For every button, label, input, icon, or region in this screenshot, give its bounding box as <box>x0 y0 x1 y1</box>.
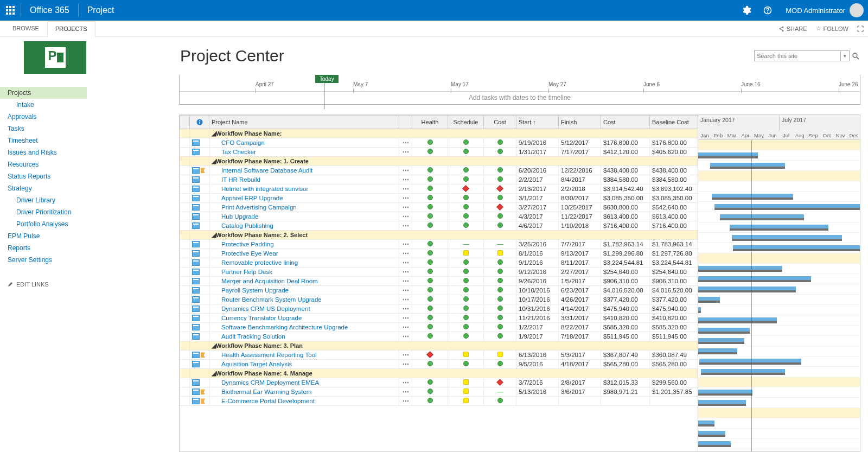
project-row[interactable]: IT HR Rebuild⋯2/2/20178/4/2017$384,580.0… <box>180 175 698 184</box>
row-menu-button[interactable]: ⋯ <box>399 387 412 397</box>
search-input[interactable] <box>754 50 841 61</box>
nav-item-intake[interactable]: Intake <box>0 99 87 111</box>
nav-item-resources[interactable]: Resources <box>0 158 87 170</box>
ribbon-tab-projects[interactable]: PROJECTS <box>47 21 95 37</box>
project-row[interactable]: Dynamics CRM US Deployment⋯10/31/20164/1… <box>180 304 698 314</box>
project-link[interactable]: Tax Checker <box>221 149 256 155</box>
row-menu-button[interactable]: ⋯ <box>399 314 412 323</box>
project-link[interactable]: Print Advertising Campaign <box>221 204 297 211</box>
project-link[interactable]: IT HR Rebuild <box>221 176 260 183</box>
nav-item-epm-pulse[interactable]: EPM Pulse <box>0 230 87 242</box>
project-row[interactable]: Internal Software Database Audit⋯6/20/20… <box>180 166 698 175</box>
column-header[interactable] <box>399 116 412 129</box>
project-row[interactable]: Audit Tracking Solution⋯1/9/20177/18/201… <box>180 332 698 341</box>
focus-button[interactable] <box>853 21 868 36</box>
project-link[interactable]: Protective Eye Wear <box>221 250 278 257</box>
project-row[interactable]: Catalog Publishing⋯4/6/20171/10/2018$716… <box>180 221 698 231</box>
row-menu-button[interactable]: ⋯ <box>399 268 412 277</box>
column-header[interactable]: Finish <box>559 116 601 129</box>
project-link[interactable]: Removable protective lining <box>221 259 298 266</box>
row-menu-button[interactable]: ⋯ <box>399 249 412 258</box>
row-menu-button[interactable]: ⋯ <box>399 332 412 341</box>
project-link[interactable]: Router Benchmark System Upgrade <box>221 296 322 303</box>
project-row[interactable]: Merger and Acquisition Deal Room⋯9/26/20… <box>180 277 698 286</box>
group-header[interactable]: ◢Workflow Phase Name: 2. Select <box>209 231 698 240</box>
row-menu-button[interactable]: ⋯ <box>399 175 412 184</box>
project-link[interactable]: Payroll System Upgrade <box>221 287 289 294</box>
row-menu-button[interactable]: ⋯ <box>399 351 412 360</box>
gear-icon[interactable] <box>737 0 757 21</box>
help-icon[interactable] <box>757 0 778 21</box>
row-menu-button[interactable]: ⋯ <box>399 194 412 203</box>
column-header[interactable] <box>190 116 209 129</box>
nav-item-issues-and-risks[interactable]: Issues and Risks <box>0 147 87 158</box>
nav-item-reports[interactable]: Reports <box>0 242 87 254</box>
nav-item-timesheet[interactable]: Timesheet <box>0 135 87 147</box>
project-link[interactable]: Currency Translator Upgrade <box>221 315 302 321</box>
row-menu-button[interactable]: ⋯ <box>399 221 412 231</box>
project-row[interactable]: Dynamics CRM Deployment EMEA⋯3/7/20162/8… <box>180 378 698 387</box>
search-button[interactable] <box>851 50 860 61</box>
project-link[interactable]: Catalog Publishing <box>221 222 273 229</box>
project-row[interactable]: Payroll System Upgrade⋯10/10/20166/23/20… <box>180 286 698 295</box>
project-link[interactable]: Dynamics CRM US Deployment <box>221 305 310 312</box>
row-menu-button[interactable]: ⋯ <box>399 286 412 295</box>
project-link[interactable]: E-Commerce Portal Development <box>221 398 315 404</box>
row-menu-button[interactable]: ⋯ <box>399 212 412 221</box>
project-link[interactable]: Software Benchmarking Architecture Upgra… <box>221 324 348 330</box>
project-link[interactable]: Merger and Acquisition Deal Room <box>221 278 318 284</box>
follow-button[interactable]: ☆FOLLOW <box>812 21 853 36</box>
user-menu[interactable]: MOD Administrator <box>778 3 868 17</box>
project-row[interactable]: Partner Help Desk⋯9/12/20162/27/2017$254… <box>180 268 698 277</box>
column-header[interactable]: Baseline Cost <box>650 116 698 129</box>
project-link[interactable]: CFO Campaign <box>221 139 265 146</box>
project-link[interactable]: Audit Tracking Solution <box>221 333 285 340</box>
project-link[interactable]: Protective Padding <box>221 241 274 247</box>
project-link[interactable]: Health Assessment Reporting Tool <box>221 352 317 358</box>
project-row[interactable]: Helmet with integrated sunvisor⋯2/13/201… <box>180 184 698 194</box>
nav-item-server-settings[interactable]: Server Settings <box>0 254 87 266</box>
row-menu-button[interactable]: ⋯ <box>399 203 412 212</box>
share-button[interactable]: SHARE <box>774 21 812 36</box>
column-header[interactable]: Schedule <box>448 116 484 129</box>
group-header[interactable]: ◢Workflow Phase Name: 1. Create <box>209 157 698 166</box>
app-launcher-icon[interactable] <box>0 0 21 21</box>
timeline-placeholder[interactable]: Add tasks with dates to the timeline <box>180 91 860 103</box>
row-menu-button[interactable]: ⋯ <box>399 295 412 304</box>
row-menu-button[interactable]: ⋯ <box>399 148 412 157</box>
project-row[interactable]: Protective Padding⋯3/25/20167/7/2017$1,7… <box>180 240 698 249</box>
search-scope-dropdown[interactable]: ▾ <box>841 50 850 61</box>
project-link[interactable]: Biothermal Ear Warming System <box>221 389 311 395</box>
project-link[interactable]: Internal Software Database Audit <box>221 167 312 174</box>
row-menu-button[interactable]: ⋯ <box>399 240 412 249</box>
project-logo[interactable] <box>24 41 86 74</box>
project-row[interactable]: Print Advertising Campaign⋯3/27/201710/2… <box>180 203 698 212</box>
row-menu-button[interactable]: ⋯ <box>399 258 412 268</box>
row-menu-button[interactable]: ⋯ <box>399 397 412 406</box>
project-grid[interactable]: Project NameHealthScheduleCostStart ↑Fin… <box>180 115 698 406</box>
nav-item-portfolio-analyses[interactable]: Portfolio Analyses <box>0 218 87 230</box>
project-row[interactable]: Health Assessment Reporting Tool⋯6/13/20… <box>180 351 698 360</box>
nav-item-approvals[interactable]: Approvals <box>0 111 87 123</box>
project-row[interactable]: Tax Checker⋯1/31/20177/17/2017$412,120.0… <box>180 148 698 157</box>
project-link[interactable]: Dynamics CRM Deployment EMEA <box>221 379 319 386</box>
project-row[interactable]: Currency Translator Upgrade⋯11/21/20163/… <box>180 314 698 323</box>
project-row[interactable]: Router Benchmark System Upgrade⋯10/17/20… <box>180 295 698 304</box>
row-menu-button[interactable]: ⋯ <box>399 277 412 286</box>
nav-item-tasks[interactable]: Tasks <box>0 123 87 135</box>
nav-item-driver-prioritization[interactable]: Driver Prioritization <box>0 206 87 218</box>
row-menu-button[interactable]: ⋯ <box>399 166 412 175</box>
brand-label[interactable]: Office 365 <box>21 5 78 15</box>
group-header[interactable]: ◢Workflow Phase Name: <box>209 129 698 138</box>
row-menu-button[interactable]: ⋯ <box>399 304 412 314</box>
column-header[interactable]: Cost <box>484 116 516 129</box>
row-menu-button[interactable]: ⋯ <box>399 378 412 387</box>
project-row[interactable]: CFO Campaign⋯9/19/20165/12/2017$176,800.… <box>180 138 698 148</box>
column-header[interactable]: Health <box>412 116 448 129</box>
column-header[interactable]: Project Name <box>209 116 399 129</box>
row-menu-button[interactable]: ⋯ <box>399 184 412 194</box>
project-row[interactable]: Hub Upgrade⋯4/3/201711/22/2017$613,400.0… <box>180 212 698 221</box>
nav-item-strategy[interactable]: Strategy <box>0 182 87 194</box>
nav-item-projects[interactable]: Projects <box>0 87 87 99</box>
nav-item-driver-library[interactable]: Driver Library <box>0 194 87 206</box>
